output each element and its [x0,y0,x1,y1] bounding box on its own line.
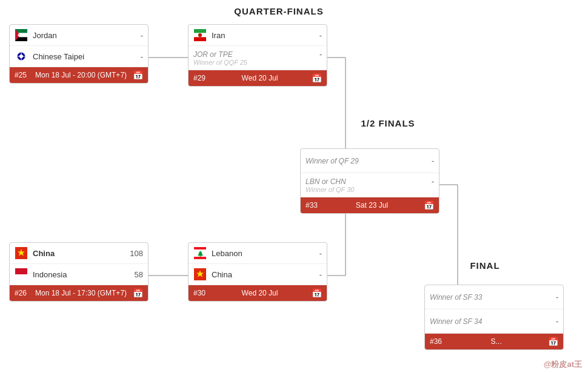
tbd-team-name: JOR or TPE [193,50,233,59]
team-name: Indonesia [33,270,131,279]
team-row: China - [189,264,327,285]
flag-lebanon: 🌲 [193,246,207,260]
team-score: 108 [130,249,143,258]
match-footer: #30 Wed 20 Jul 📅 [189,285,327,301]
match-qf30: 🌲 Lebanon - China - #30 Wed 20 Jul 📅 [188,242,327,302]
team-row: 🌲 Lebanon - [189,243,327,264]
match-sf33: Winner of QF 29 - LBN or CHN - Winner of… [300,148,439,214]
match-qf25: Jordan - Chinese Taipei - #25 Mon 18 Jul… [9,24,149,84]
team-score: - [310,249,322,258]
tbd-sub: Winner of QF 30 [306,186,434,193]
tbd-team-row: Winner of SF 34 - [425,309,563,334]
flag-indonesia [15,268,28,281]
svg-rect-20 [194,29,206,33]
tbd-team-row: Winner of SF 33 - [425,285,563,309]
match-id: #30 [193,289,205,297]
calendar-icon[interactable]: 📅 [133,70,143,80]
team-name: Jordan [33,31,131,40]
team-row: Indonesia 58 [10,264,148,285]
tbd-score: - [556,317,558,326]
match-footer: #33 Sat 23 Jul 📅 [301,197,439,213]
svg-rect-30 [194,257,206,259]
team-name: China [33,249,130,258]
svg-rect-22 [194,37,206,41]
calendar-icon[interactable]: 📅 [548,337,558,346]
calendar-icon[interactable]: 📅 [312,73,322,83]
flag-iran [193,28,207,42]
tbd-team-row: LBN or CHN - Winner of QF 30 [301,173,439,197]
calendar-icon[interactable]: 📅 [312,288,322,298]
team-name: Lebanon [212,249,310,258]
tbd-score: - [432,156,434,165]
match-qf29: Iran - JOR or TPE - Winner of QQF 25 #29… [188,24,327,87]
team-score: - [310,270,322,279]
team-score: 58 [131,270,143,279]
bracket-container: QUARTER-FINALS Jordan - [0,0,588,373]
svg-point-23 [198,33,202,37]
match-id-date: #25 [15,71,27,79]
match-id: #29 [193,74,205,82]
calendar-icon[interactable]: 📅 [424,200,434,210]
tbd-sub: Winner of QQF 25 [193,59,322,66]
team-row: China 108 [10,243,148,264]
tbd-team-name: LBN or CHN [306,177,346,186]
match-date: S... [491,337,502,346]
tbd-score: - [319,50,322,59]
team-row: Chinese Taipei - [10,46,148,67]
flag-china2 [193,268,207,281]
match-final: Winner of SF 33 - Winner of SF 34 - #36 … [424,285,564,350]
tbd-team-name: Winner of SF 34 [430,317,482,326]
svg-rect-27 [15,274,27,280]
match-date: Wed 20 Jul [242,74,278,82]
flag-taipei [15,50,28,63]
team-score: - [310,31,322,40]
match-date: Mon 18 Jul - 20:00 (GMT+7) [35,71,127,79]
team-name: Chinese Taipei [33,52,131,61]
final-title: FINAL [424,260,546,271]
team-name: Iran [212,31,310,40]
match-id: #36 [430,337,442,346]
tbd-team-name: Winner of SF 33 [430,293,482,302]
team-row: Iran - [189,25,327,46]
sf-title: 1/2 FINALS [297,118,479,128]
match-id: #33 [306,201,318,210]
watermark: @粉皮at王 [544,359,582,370]
team-row: Jordan - [10,25,148,46]
match-footer: #26 Mon 18 Jul - 17:30 (GMT+7) 📅 [10,285,148,301]
match-date: Wed 20 Jul [242,289,278,297]
tbd-team-name: Winner of QF 29 [306,157,359,165]
flag-china [15,246,28,260]
tbd-score: - [432,177,434,186]
team-score: - [131,31,143,40]
match-qf26: China 108 Indonesia 58 #26 Mon 18 Jul - … [9,242,149,302]
tbd-team-row: JOR or TPE - Winner of QQF 25 [189,46,327,70]
svg-text:🌲: 🌲 [197,250,204,257]
svg-rect-26 [15,268,27,274]
calendar-icon[interactable]: 📅 [133,288,143,298]
match-date: Mon 18 Jul - 17:30 (GMT+7) [35,289,127,297]
team-name: China [212,270,310,279]
team-score: - [131,52,143,61]
match-id: #26 [15,289,27,297]
flag-jordan [15,28,28,42]
match-footer: #25 Mon 18 Jul - 20:00 (GMT+7) 📅 [10,67,148,83]
svg-rect-29 [194,247,206,249]
match-footer: #36 S... 📅 [425,334,563,349]
match-footer: #29 Wed 20 Jul 📅 [189,70,327,86]
tbd-score: - [556,292,558,302]
qf-title: QUARTER-FINALS [188,6,370,16]
match-date: Sat 23 Jul [356,201,388,210]
tbd-team-row: Winner of QF 29 - [301,149,439,173]
